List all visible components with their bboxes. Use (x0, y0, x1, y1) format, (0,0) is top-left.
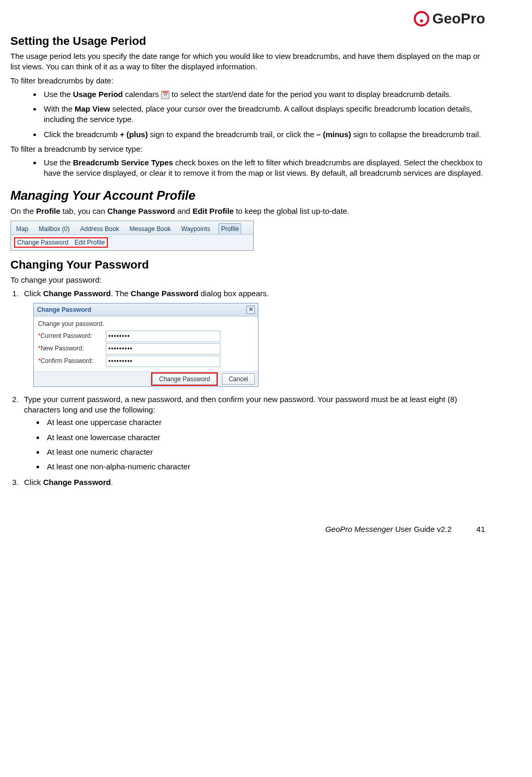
filter-by-service-lead: To filter a breadcrumb by service type: (10, 144, 485, 154)
changing-password-steps: Click Change Password. The Change Passwo… (10, 288, 485, 488)
brand-name: GeoPro (432, 10, 485, 27)
new-password-input[interactable]: ••••••••• (106, 343, 220, 355)
tab-profile[interactable]: Profile (218, 223, 241, 234)
cancel-button[interactable]: Cancel (222, 373, 255, 385)
footer-doc-title-italic: GeoPro Messenger (325, 525, 393, 533)
footer-doc-title-rest: User Guide v2.2 (393, 525, 452, 533)
heading-managing-profile: Managing Your Account Profile (10, 188, 485, 203)
tab-waypoints[interactable]: Waypoints (179, 224, 213, 234)
label-current-password: *Current Password: (38, 332, 106, 339)
current-password-input[interactable]: •••••••• (106, 331, 220, 342)
profile-tabs-screenshot: Map Mailbox (0) Address Book Message Boo… (10, 221, 254, 251)
filter-by-service-list: Use the Breadcrumb Service Types check b… (10, 157, 485, 179)
dialog-caption: Change your password. (38, 320, 254, 328)
dialog-titlebar: Change Password ✕ (34, 303, 258, 317)
step-1: Click Change Password. The Change Passwo… (21, 288, 485, 387)
dialog-button-row: Change Password Cancel (34, 371, 258, 386)
heading-changing-password: Changing Your Password (10, 258, 485, 272)
page-header: GeoPro (10, 10, 485, 28)
calendar-icon (161, 91, 169, 99)
list-item: At least one non-alpha-numeric character (45, 462, 485, 472)
list-item: Use the Usage Period calendars to select… (42, 89, 485, 100)
list-item: With the Map View selected, place your c… (42, 104, 485, 125)
tab-address-book[interactable]: Address Book (78, 224, 121, 234)
list-item: At least one uppercase character (45, 417, 485, 428)
dialog-title-text: Change Password (37, 306, 91, 314)
tabs-row: Map Mailbox (0) Address Book Message Boo… (11, 221, 253, 235)
managing-profile-para: On the Profile tab, you can Change Passw… (10, 206, 485, 216)
tab-mailbox[interactable]: Mailbox (0) (36, 224, 71, 234)
filter-by-date-lead: To filter breadcrumbs by date: (10, 76, 485, 86)
tab-map[interactable]: Map (14, 224, 30, 234)
geopro-logo-icon (414, 11, 429, 27)
subtabs-row: Change Password Edit Profile (11, 235, 253, 250)
confirm-password-input[interactable]: ••••••••• (106, 356, 220, 367)
list-item: Click the breadcrumb + (plus) sign to ex… (42, 129, 485, 140)
brand-logo: GeoPro (414, 10, 485, 27)
list-item: At least one lowercase character (45, 432, 485, 443)
change-password-dialog: Change Password ✕ Change your password. … (33, 303, 258, 387)
close-icon[interactable]: ✕ (246, 306, 255, 314)
password-requirements-list: At least one uppercase character At leas… (24, 417, 485, 472)
row-confirm-password: *Confirm Password: ••••••••• (38, 356, 254, 367)
list-item: Use the Breadcrumb Service Types check b… (42, 157, 485, 179)
step-2: Type your current password, a new passwo… (21, 394, 485, 472)
changing-password-lead: To change your password: (10, 275, 485, 285)
dialog-body: Change your password. *Current Password:… (34, 317, 258, 371)
row-new-password: *New Password: ••••••••• (38, 343, 254, 355)
heading-usage-period: Setting the Usage Period (10, 34, 485, 48)
tab-message-book[interactable]: Message Book (127, 224, 172, 234)
step-3: Click Change Password. (21, 477, 485, 488)
page-footer: GeoPro Messenger User Guide v2.2 41 (10, 525, 485, 533)
subtab-change-password[interactable]: Change Password (17, 239, 68, 246)
list-item: At least one numeric character (45, 447, 485, 457)
subtab-edit-profile[interactable]: Edit Profile (75, 239, 105, 246)
label-new-password: *New Password: (38, 345, 106, 352)
change-password-button[interactable]: Change Password (152, 373, 217, 385)
footer-page-number: 41 (454, 525, 485, 533)
label-confirm-password: *Confirm Password: (38, 357, 106, 365)
usage-period-intro: The usage period lets you specify the da… (10, 51, 485, 72)
subtabs-highlight-box: Change Password Edit Profile (14, 237, 108, 248)
row-current-password: *Current Password: •••••••• (38, 331, 254, 342)
filter-by-date-list: Use the Usage Period calendars to select… (10, 89, 485, 140)
